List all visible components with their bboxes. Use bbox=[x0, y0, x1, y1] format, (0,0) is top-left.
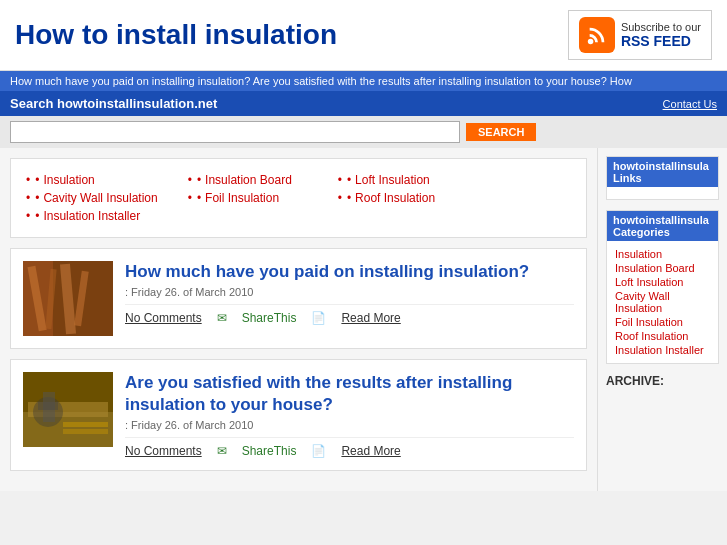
article-body-2: Are you satisfied with the results after… bbox=[125, 372, 574, 458]
share-icon-2: ✉ bbox=[217, 444, 227, 458]
svg-rect-13 bbox=[63, 422, 108, 427]
page-title: How to install insulation bbox=[15, 19, 337, 51]
main-content: •Insulation •Cavity Wall Insulation •Ins… bbox=[0, 148, 597, 491]
list-item[interactable]: •Insulation Board bbox=[188, 171, 308, 189]
article-thumbnail-1 bbox=[23, 261, 113, 336]
rss-icon bbox=[579, 17, 615, 53]
search-input[interactable] bbox=[10, 121, 460, 143]
sidebar-categories-box: howtoinstallinsula Categories Insulation… bbox=[606, 210, 719, 364]
links-columns: •Insulation •Cavity Wall Insulation •Ins… bbox=[26, 171, 571, 225]
insulation-visual-2 bbox=[23, 372, 113, 447]
svg-rect-12 bbox=[38, 402, 58, 410]
article-title-2[interactable]: Are you satisfied with the results after… bbox=[125, 372, 574, 416]
sidebar-cat-board[interactable]: Insulation Board bbox=[615, 261, 710, 275]
article-image-2 bbox=[23, 372, 113, 447]
search-button[interactable]: SEARCH bbox=[466, 123, 536, 141]
links-list-1: •Insulation •Cavity Wall Insulation •Ins… bbox=[26, 171, 158, 225]
rss-svg bbox=[586, 24, 608, 46]
news-ticker: How much have you paid on installing ins… bbox=[0, 71, 727, 91]
insulation-visual-1 bbox=[23, 261, 113, 336]
share-icon-1: ✉ bbox=[217, 311, 227, 325]
sidebar-archive: ARCHIVE: bbox=[606, 374, 719, 388]
list-item[interactable]: •Loft Insulation bbox=[338, 171, 458, 189]
sidebar-cat-roof[interactable]: Roof Insulation bbox=[615, 329, 710, 343]
rss-subscribe-label: Subscribe to our bbox=[621, 21, 701, 33]
no-comments-link-2[interactable]: No Comments bbox=[125, 444, 202, 458]
article-card-1: How much have you paid on installing ins… bbox=[10, 248, 587, 349]
list-item[interactable]: •Cavity Wall Insulation bbox=[26, 189, 158, 207]
ticker-text: How much have you paid on installing ins… bbox=[10, 75, 632, 87]
links-col-2: •Insulation Board •Foil Insulation bbox=[188, 171, 308, 225]
article-body-1: How much have you paid on installing ins… bbox=[125, 261, 574, 336]
share-link-1[interactable]: ShareThis bbox=[242, 311, 297, 325]
article-card-2: Are you satisfied with the results after… bbox=[10, 359, 587, 471]
article-image-1 bbox=[23, 261, 113, 336]
rss-feed-label: RSS FEED bbox=[621, 33, 701, 49]
sidebar: howtoinstallinsula Links howtoinstallins… bbox=[597, 148, 727, 491]
article-thumbnail-2 bbox=[23, 372, 113, 447]
searchbar-title: Search howtoinstallinsulation.net bbox=[10, 96, 217, 111]
read-more-link-1[interactable]: Read More bbox=[341, 311, 400, 325]
article-meta-1: No Comments ✉ ShareThis 📄 Read More bbox=[125, 304, 574, 325]
sidebar-cat-cavity[interactable]: Cavity Wall Insulation bbox=[615, 289, 710, 315]
list-item[interactable]: •Roof Insulation bbox=[338, 189, 458, 207]
article-date-2: : Friday 26. of March 2010 bbox=[125, 419, 574, 431]
links-col-3: •Loft Insulation •Roof Insulation bbox=[338, 171, 458, 225]
rss-text-block: Subscribe to our RSS FEED bbox=[621, 21, 701, 49]
list-item[interactable]: •Insulation bbox=[26, 171, 158, 189]
links-col-1: •Insulation •Cavity Wall Insulation •Ins… bbox=[26, 171, 158, 225]
list-item[interactable]: •Insulation Installer bbox=[26, 207, 158, 225]
sidebar-cat-foil[interactable]: Foil Insulation bbox=[615, 315, 710, 329]
sidebar-cat-insulation[interactable]: Insulation bbox=[615, 247, 710, 261]
read-more-link-2[interactable]: Read More bbox=[341, 444, 400, 458]
sidebar-categories-title: howtoinstallinsula Categories bbox=[607, 211, 718, 241]
article-date-1: : Friday 26. of March 2010 bbox=[125, 286, 574, 298]
article-title-1[interactable]: How much have you paid on installing ins… bbox=[125, 261, 574, 283]
no-comments-link-1[interactable]: No Comments bbox=[125, 311, 202, 325]
links-panel: •Insulation •Cavity Wall Insulation •Ins… bbox=[10, 158, 587, 238]
search-row: SEARCH bbox=[0, 116, 727, 148]
read-more-icon-2: 📄 bbox=[311, 444, 326, 458]
page-header: How to install insulation Subscribe to o… bbox=[0, 0, 727, 71]
list-item[interactable]: •Foil Insulation bbox=[188, 189, 308, 207]
sidebar-archive-title: ARCHIVE: bbox=[606, 374, 719, 388]
links-list-2: •Insulation Board •Foil Insulation bbox=[188, 171, 308, 207]
read-more-icon-1: 📄 bbox=[311, 311, 326, 325]
svg-rect-14 bbox=[63, 429, 108, 434]
svg-point-0 bbox=[588, 39, 594, 44]
article-meta-2: No Comments ✉ ShareThis 📄 Read More bbox=[125, 437, 574, 458]
sidebar-links-title: howtoinstallinsula Links bbox=[607, 157, 718, 187]
search-bar: Search howtoinstallinsulation.net Contac… bbox=[0, 91, 727, 116]
sidebar-cat-loft[interactable]: Loft Insulation bbox=[615, 275, 710, 289]
sidebar-cat-installer[interactable]: Insulation Installer bbox=[615, 343, 710, 357]
main-layout: •Insulation •Cavity Wall Insulation •Ins… bbox=[0, 148, 727, 491]
sidebar-links-box: howtoinstallinsula Links bbox=[606, 156, 719, 200]
links-list-3: •Loft Insulation •Roof Insulation bbox=[338, 171, 458, 207]
share-link-2[interactable]: ShareThis bbox=[242, 444, 297, 458]
rss-box[interactable]: Subscribe to our RSS FEED bbox=[568, 10, 712, 60]
contact-link[interactable]: Contact Us bbox=[663, 98, 717, 110]
